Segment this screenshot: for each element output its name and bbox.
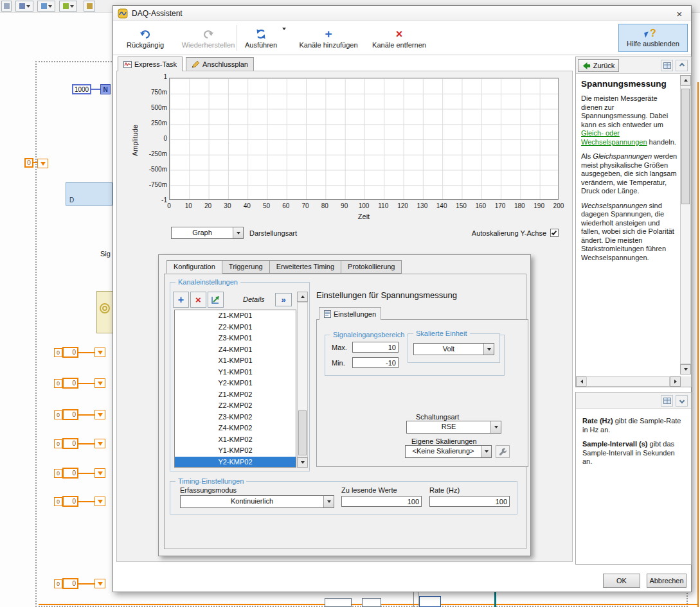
diagram-toolbar-icon[interactable] [15,1,33,12]
run-button[interactable]: Ausführen [242,23,280,53]
add-channels-button[interactable]: Kanäle hinzufügen [296,23,361,53]
loop-iteration-terminal[interactable]: N [100,84,111,94]
diagram-toolbar-icon[interactable] [84,1,95,12]
constant-index[interactable]: 0 [54,497,62,506]
acquisition-mode-dropdown[interactable]: Kontinuierlich [180,495,334,508]
run-options-caret[interactable] [282,30,286,42]
constant-value[interactable]: 0 [62,438,78,449]
tab-einstellungen[interactable]: Einstellungen [319,307,381,320]
constant-value[interactable]: 0 [62,378,78,389]
terminal-icon[interactable] [94,579,105,588]
constant-index[interactable]: 0 [54,439,62,448]
numeric-constant-pair[interactable]: 00 [54,438,107,450]
constant-value[interactable]: 0 [62,468,78,479]
autoscale-checkbox[interactable] [550,229,559,237]
channel-list[interactable]: Z1-KMP01Z2-KMP01Z3-KMP01Z4-KMP01X1-KMP01… [174,310,296,468]
constant-index[interactable]: 0 [54,469,62,478]
channel-list-item[interactable]: Y2-KMP02 [175,457,296,468]
back-button[interactable]: Zurück [578,59,619,72]
config-tab[interactable]: Konfiguration [166,260,222,274]
constant-index[interactable]: 0 [54,379,62,388]
context-window-button[interactable] [661,395,673,407]
config-tab[interactable]: Triggerung [222,260,270,274]
expand-context-button[interactable] [676,395,688,407]
hide-help-button[interactable]: Hilfe ausblenden [618,24,688,52]
channel-list-item[interactable]: Z1-KMP02 [175,389,296,401]
channel-list-item[interactable]: Y2-KMP01 [175,378,296,389]
help-scrollbar-track[interactable] [680,85,691,364]
scrollbar-thumb[interactable] [298,410,307,455]
terminal-node[interactable] [419,596,441,607]
terminal-node[interactable] [325,598,352,607]
help-scroll-right-button[interactable] [670,376,681,387]
diagram-toolbar-icon[interactable] [59,1,77,12]
diagram-toolbar-icon[interactable] [37,1,55,12]
channel-list-item[interactable]: X1-KMP02 [175,434,296,446]
new-custom-scale-button[interactable] [496,445,510,458]
max-input[interactable] [352,342,399,353]
reorder-channel-button[interactable] [208,292,224,308]
terminal-icon[interactable] [37,159,48,168]
config-tab[interactable]: Erweitertes Timing [269,260,341,274]
constant-index[interactable]: 0 [54,348,62,357]
loop-count-constant[interactable]: 1000 [72,84,91,94]
channel-list-item[interactable]: Y1-KMP01 [175,367,296,378]
cancel-button[interactable]: Abbrechen [647,574,687,588]
remove-channels-button[interactable]: Kanäle entfernen [367,23,431,53]
channel-list-item[interactable]: Z2-KMP02 [175,400,296,412]
min-input[interactable] [352,357,399,368]
terminal-icon[interactable] [94,468,105,478]
channel-list-item[interactable]: Z1-KMP01 [175,310,296,322]
scroll-down-button[interactable] [297,457,308,468]
expand-details-button[interactable]: » [275,293,292,306]
diagram-toolbar-icon[interactable] [1,1,12,12]
numeric-constant-pair[interactable]: 00 [54,578,107,590]
help-hscrollbar-track[interactable] [586,376,670,387]
constant-value[interactable]: 0 [62,496,78,507]
channel-list-item[interactable]: Z4-KMP02 [175,423,296,434]
redo-button[interactable]: Wiederherstellen [175,23,242,53]
channel-list-item[interactable]: Z2-KMP01 [175,322,296,333]
dropdown-arrow-icon[interactable] [483,344,494,355]
custom-scaling-dropdown[interactable]: <Keine Skalierung> [405,445,492,458]
terminal-icon[interactable] [94,497,105,506]
display-type-dropdown[interactable]: Graph [171,227,244,239]
help-scroll-up-button[interactable] [680,75,691,85]
numeric-constant-pair[interactable]: 00 [54,409,107,421]
numeric-constant-pair[interactable]: 00 [54,496,107,507]
scrollbar-track[interactable] [297,302,308,457]
constant-index[interactable]: 0 [54,410,62,419]
channel-list-item[interactable]: Y1-KMP02 [175,445,296,457]
dropdown-arrow-icon[interactable] [481,446,491,457]
numeric-constant-pair[interactable]: 00 [54,347,107,358]
channel-list-item[interactable]: Z3-KMP01 [175,333,296,344]
channel-list-item[interactable]: X1-KMP01 [175,355,296,367]
add-channel-button[interactable] [173,292,189,308]
terminal-icon[interactable] [94,410,105,419]
dropdown-arrow-icon[interactable] [233,227,243,238]
terminal-node[interactable] [362,598,381,607]
terminal-config-dropdown[interactable]: RSE [406,421,501,434]
constant-value[interactable]: 0 [62,409,78,420]
dropdown-arrow-icon[interactable] [323,496,334,507]
scaled-unit-dropdown[interactable]: Volt [413,343,494,355]
help-scroll-down-button[interactable] [680,364,691,374]
terminal-icon[interactable] [94,378,105,388]
scroll-up-button[interactable] [297,292,308,302]
dialog-titlebar[interactable]: DAQ-Assistent [113,6,691,21]
terminal-icon[interactable] [94,347,105,357]
help-scroll-left-button[interactable] [576,376,587,387]
close-icon[interactable] [670,7,688,20]
numeric-constant-pair[interactable]: 00 [54,378,107,389]
channel-list-item[interactable]: Z4-KMP01 [175,344,296,356]
ok-button[interactable]: OK [603,574,640,588]
terminal-icon[interactable] [94,439,105,448]
tab-anschlussplan[interactable]: Anschlussplan [186,57,254,71]
constant-value[interactable]: 0 [62,347,78,358]
numeric-constant-pair[interactable]: 00 [54,468,107,479]
delete-channel-button[interactable] [190,292,206,308]
constant-value[interactable]: 0 [62,578,78,589]
channel-list-item[interactable]: Z3-KMP02 [175,412,296,423]
help-link[interactable]: Gleich- oder Wechselspannungen [581,129,647,146]
numeric-constant[interactable]: 0 [24,158,33,168]
